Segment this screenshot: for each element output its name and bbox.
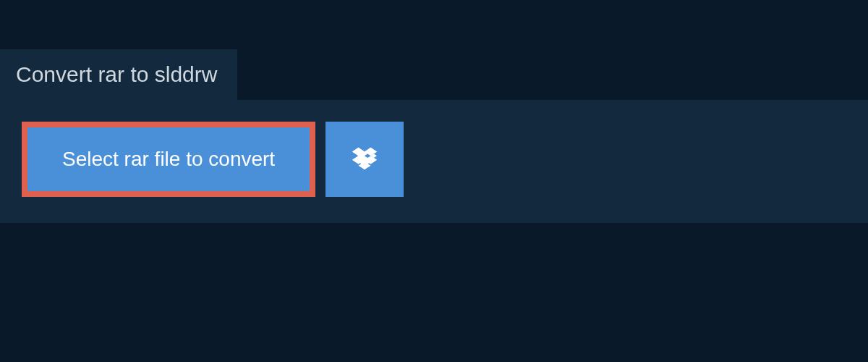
tab-title: Convert rar to slddrw <box>16 62 217 86</box>
tab-convert[interactable]: Convert rar to slddrw <box>0 49 237 100</box>
button-row: Select rar file to convert <box>22 122 846 197</box>
tab-bar: Convert rar to slddrw <box>0 0 868 100</box>
select-file-label: Select rar file to convert <box>62 148 275 171</box>
dropbox-button[interactable] <box>326 122 404 197</box>
select-file-button[interactable]: Select rar file to convert <box>22 122 315 197</box>
dropbox-icon <box>352 146 377 173</box>
conversion-panel: Select rar file to convert <box>0 100 868 223</box>
